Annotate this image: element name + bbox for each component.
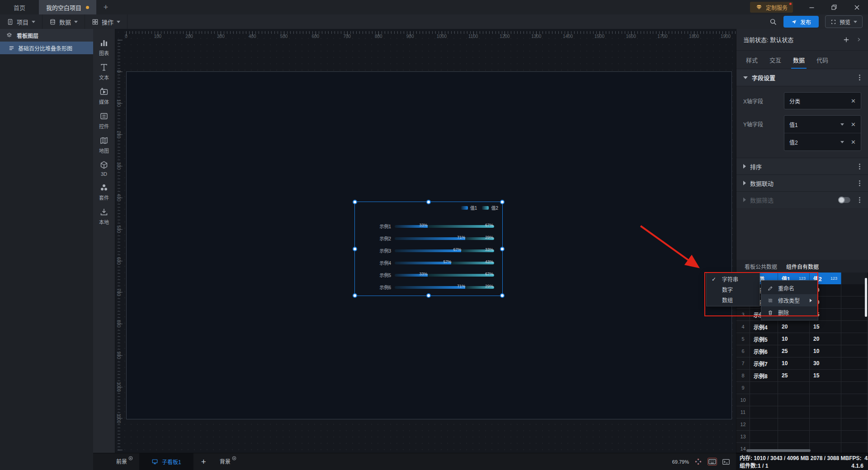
table-cell[interactable]: 15 [810,321,841,333]
tab-project[interactable]: 我的空白项目 [39,0,96,14]
type-option-字符串[interactable]: ✓字符串 [707,274,760,284]
kebab-menu-icon[interactable] [858,179,861,187]
table-cell[interactable] [750,382,778,394]
toolbox-item-kit[interactable]: 套件 [93,180,115,204]
y-field-item[interactable]: 值1✕ [784,116,861,133]
resize-handle-sw[interactable] [353,293,357,298]
publish-button[interactable]: 发布 [783,16,819,28]
table-cell[interactable] [750,431,778,442]
table-cell[interactable]: 10 [810,345,841,357]
kebab-menu-icon[interactable] [858,163,861,170]
toolbox-item-widget[interactable]: 控件 [93,108,115,133]
toolbox-item-cube[interactable]: 3D [93,157,115,180]
toolbox-item-chart[interactable]: 图表 [93,35,115,60]
table-cell[interactable]: 25 [778,345,810,357]
table-cell[interactable] [810,406,841,418]
chart-widget-selection[interactable]: 值1值2 示例133%67%示例271%29%示例367%33%示例457%43… [354,202,503,296]
section-数据筛选[interactable]: 数据筛选 [736,191,868,208]
table-cell[interactable]: 15 [810,370,841,381]
table-cell[interactable]: 示例5 [750,333,778,345]
resize-handle-ne[interactable] [500,200,505,204]
vertical-scrollbar[interactable] [865,278,867,317]
table-cell[interactable]: 10 [778,357,810,369]
console-icon[interactable] [722,459,730,465]
table-cell[interactable] [810,431,841,442]
table-cell[interactable] [778,394,810,406]
resize-handle-se[interactable] [500,293,505,298]
table-cell[interactable] [810,418,841,430]
field-settings-header[interactable]: 字段设置 [736,69,868,86]
data-tab-看板公共数据[interactable]: 看板公共数据 [741,261,781,272]
table-cell[interactable]: 20 [810,333,841,345]
canvas-area[interactable]: 0100200300400500600700800900100011001200… [115,29,736,453]
clear-y-field-icon[interactable]: ✕ [851,139,856,146]
add-background-icon[interactable] [231,456,237,461]
table-cell[interactable] [750,394,778,406]
menu-grid[interactable]: 操作 [85,14,127,29]
inspector-tab-样式[interactable]: 样式 [740,51,764,69]
background-tab[interactable]: 背景 [214,453,243,470]
toggle-off[interactable] [838,197,850,203]
subboard-tab[interactable]: 子看板1 [139,453,193,470]
table-cell[interactable] [778,431,810,442]
layer-item-basic-percent-stacked-bar[interactable]: 基础百分比堆叠条形图 [0,42,93,54]
menu-doc[interactable]: 项目 [0,14,42,29]
kebab-menu-icon[interactable] [858,74,861,81]
menu-db[interactable]: 数据 [42,14,85,29]
resize-handle-s[interactable] [426,293,431,298]
table-cell[interactable]: 10 [778,333,810,345]
type-option-数字[interactable]: 数字 [707,284,760,295]
foreground-tab[interactable]: 前景 [110,453,139,470]
custom-service-badge[interactable]: 定制服务 [750,2,793,13]
resize-handle-w[interactable] [353,247,357,251]
zoom-level[interactable]: 69.79% [672,459,689,465]
add-state-icon[interactable] [843,36,850,43]
table-cell[interactable]: 25 [778,370,810,381]
table-cell[interactable]: 30 [810,357,841,369]
table-cell[interactable] [750,418,778,430]
resize-handle-e[interactable] [500,247,505,251]
table-cell[interactable] [810,382,841,394]
inspector-tab-数据[interactable]: 数据 [787,51,811,69]
y-field-item[interactable]: 值2✕ [784,133,861,150]
tab-home[interactable]: 首页 [0,0,39,14]
context-item-删除[interactable]: 删除 [761,306,818,319]
context-item-修改类型[interactable]: 修改类型 [761,294,818,306]
minimize-button[interactable] [800,0,823,14]
context-item-重命名[interactable]: 重命名 [761,282,818,294]
clear-y-field-icon[interactable]: ✕ [851,121,856,128]
table-cell[interactable] [778,382,810,394]
section-数据联动[interactable]: 数据联动 [736,174,868,191]
close-button[interactable] [845,0,868,14]
toolbox-item-text[interactable]: 文本 [93,60,115,84]
clear-x-field-icon[interactable]: ✕ [851,98,856,104]
toolbox-item-map[interactable]: 地图 [93,133,115,157]
add-foreground-icon[interactable] [128,456,133,461]
table-cell[interactable]: 示例4 [750,321,778,333]
new-tab-button[interactable]: + [96,0,115,14]
type-option-数组[interactable]: 数组 [707,295,760,305]
resize-handle-nw[interactable] [353,200,357,204]
horizontal-scrollbar[interactable] [746,449,811,452]
search-icon[interactable] [769,18,777,26]
table-cell[interactable]: 示例8 [750,370,778,381]
section-排序[interactable]: 排序 [736,158,868,174]
add-subboard-button[interactable]: + [193,453,214,470]
toolbox-item-media[interactable]: 媒体 [93,84,115,108]
expand-states-icon[interactable] [856,37,861,42]
table-cell[interactable] [810,394,841,406]
table-cell[interactable] [750,406,778,418]
maximize-button[interactable] [823,0,845,14]
preview-button[interactable]: 预览 [825,15,863,28]
inspector-tab-代码[interactable]: 代码 [811,51,834,69]
resize-handle-n[interactable] [426,200,431,204]
keyboard-shortcuts-icon[interactable] [708,458,717,465]
inspector-tab-交互[interactable]: 交互 [764,51,787,69]
table-cell[interactable]: 示例7 [750,357,778,369]
fit-screen-icon[interactable] [694,458,702,465]
table-cell[interactable] [810,443,841,453]
table-cell[interactable]: 示例6 [750,345,778,357]
table-cell[interactable] [778,406,810,418]
kebab-menu-icon[interactable] [858,196,861,204]
table-cell[interactable]: 20 [778,321,810,333]
